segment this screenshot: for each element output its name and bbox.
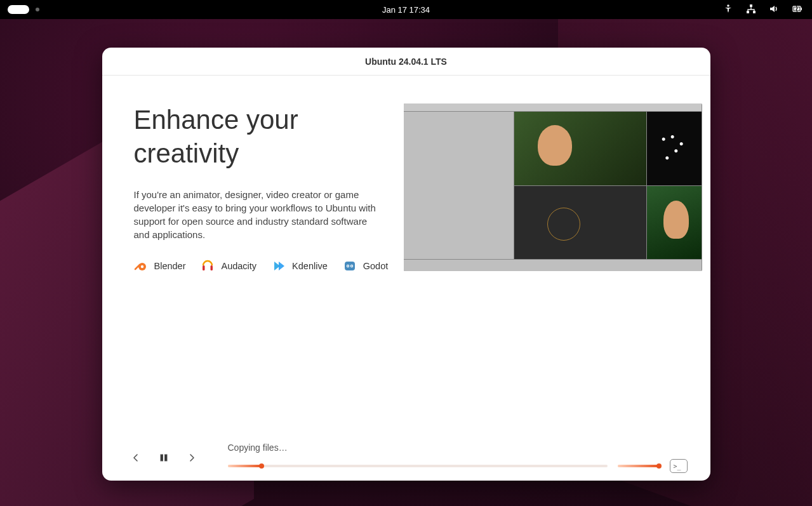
app-kdenlive: Kdenlive bbox=[272, 259, 328, 273]
svg-point-8 bbox=[140, 265, 143, 268]
gnome-topbar: Jan 17 17:34 bbox=[0, 0, 812, 19]
slide-description: If you're an animator, designer, video c… bbox=[134, 188, 385, 241]
app-blender: Blender bbox=[134, 259, 186, 273]
slide-prev-button[interactable] bbox=[125, 447, 147, 469]
slide-screenshot bbox=[404, 103, 702, 271]
slide-next-button[interactable] bbox=[181, 447, 203, 469]
accessibility-icon[interactable] bbox=[723, 4, 733, 16]
network-icon[interactable] bbox=[746, 4, 756, 16]
svg-rect-10 bbox=[211, 265, 213, 270]
installer-slide-content: Enhance your creativity If you're an ani… bbox=[102, 76, 710, 435]
app-label: Kdenlive bbox=[292, 261, 328, 271]
slide-app-list: Blender Audacity Kdenlive bbox=[134, 259, 385, 273]
svg-rect-16 bbox=[164, 455, 167, 461]
app-label: Blender bbox=[154, 261, 186, 271]
svg-rect-3 bbox=[753, 11, 755, 13]
ubuntu-installer-window: Ubuntu 24.04.1 LTS Enhance your creativi… bbox=[102, 48, 710, 481]
install-progress-bar-2 bbox=[618, 465, 660, 467]
svg-rect-1 bbox=[750, 4, 752, 7]
svg-point-0 bbox=[727, 4, 729, 7]
godot-icon bbox=[343, 259, 357, 273]
workspace-indicator-dot bbox=[36, 8, 39, 11]
app-audacity: Audacity bbox=[201, 259, 256, 273]
svg-point-14 bbox=[351, 265, 352, 267]
svg-rect-2 bbox=[747, 11, 749, 13]
audacity-icon bbox=[201, 259, 215, 273]
slide-pause-button[interactable] bbox=[153, 447, 175, 469]
kdenlive-icon bbox=[272, 259, 286, 273]
svg-rect-9 bbox=[203, 265, 205, 270]
volume-icon[interactable] bbox=[769, 4, 779, 16]
svg-rect-15 bbox=[161, 455, 163, 461]
blender-icon bbox=[134, 259, 148, 273]
install-status-text: Copying files… bbox=[228, 443, 688, 453]
app-godot: Godot bbox=[343, 259, 389, 273]
install-progress-bar-1 bbox=[228, 465, 608, 467]
open-terminal-button[interactable] bbox=[670, 459, 688, 473]
svg-rect-5 bbox=[801, 8, 802, 10]
app-label: Audacity bbox=[221, 261, 256, 271]
system-tray[interactable] bbox=[723, 4, 812, 16]
clock[interactable]: Jan 17 17:34 bbox=[382, 5, 430, 15]
window-title: Ubuntu 24.04.1 LTS bbox=[102, 48, 710, 76]
slide-heading: Enhance your creativity bbox=[134, 103, 385, 170]
activities-pill[interactable] bbox=[8, 5, 29, 14]
app-label: Godot bbox=[363, 261, 389, 271]
battery-icon[interactable] bbox=[792, 4, 803, 16]
svg-point-13 bbox=[347, 265, 349, 267]
installer-bottom-bar: Copying files… bbox=[102, 435, 710, 481]
